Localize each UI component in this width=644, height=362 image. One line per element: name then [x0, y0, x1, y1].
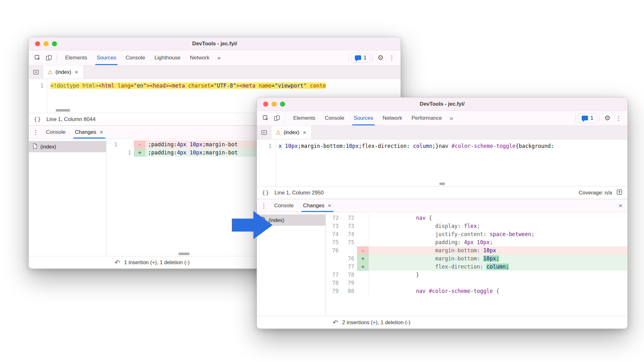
zoom-window-button[interactable]	[280, 102, 285, 107]
drawer-menu-icon[interactable]: ⋮	[30, 127, 41, 138]
issues-count: 1	[590, 115, 593, 121]
main-menu-overflow-icon[interactable]: ⋮	[386, 52, 397, 63]
diff-old-line-number	[106, 148, 120, 157]
close-window-button[interactable]	[35, 41, 40, 46]
warning-icon: ⚠	[48, 69, 53, 76]
settings-gear-icon[interactable]: ⚙	[375, 52, 386, 63]
tab-performance[interactable]: Performance	[407, 111, 447, 125]
tab-elements[interactable]: Elements	[60, 50, 92, 65]
diff-view[interactable]: 72 72 nav { 73 73 display: flex; 74 74	[326, 212, 627, 316]
diff-marker: +	[357, 263, 369, 271]
diff-new-line-number: 80	[341, 287, 357, 295]
horizontal-scrollbar-thumb[interactable]	[439, 183, 445, 185]
main-menu-overflow-icon[interactable]: ⋮	[613, 113, 624, 124]
close-file-tab-icon[interactable]: ×	[74, 69, 79, 76]
tab-elements[interactable]: Elements	[289, 111, 320, 125]
close-changes-tab-icon[interactable]: ×	[327, 202, 332, 209]
revert-changes-icon[interactable]: ↶	[115, 259, 120, 266]
diff-new-line-number	[120, 140, 134, 148]
toolbar-divider	[575, 114, 576, 122]
issues-bubble-icon	[582, 116, 588, 120]
diff-marker	[357, 238, 369, 246]
diff-row-context: 72 72 nav {	[326, 214, 627, 222]
minimize-window-button[interactable]	[43, 41, 49, 46]
changes-file-item[interactable]: (index)	[29, 141, 106, 152]
devtools-main-toolbar: Elements Console Sources Network Perform…	[257, 111, 627, 126]
drawer-tab-changes[interactable]: Changes ×	[70, 126, 108, 138]
file-tab-bar: ⚠ (index) ×	[257, 126, 627, 139]
pretty-print-icon[interactable]: {}	[34, 116, 41, 123]
traffic-lights	[257, 102, 285, 107]
device-toolbar-icon[interactable]	[43, 52, 54, 63]
minimize-window-button[interactable]	[272, 102, 277, 107]
search-highlight: <!doctype html><html lang="en"><head><me…	[50, 83, 326, 89]
close-window-button[interactable]	[263, 102, 268, 107]
pretty-print-icon[interactable]: {}	[262, 190, 269, 196]
diff-code: nav #color-scheme-toggle {	[369, 287, 627, 295]
titlebar[interactable]: DevTools - jec.fyi/	[257, 98, 627, 111]
more-tabs-chevron[interactable]: »	[447, 111, 456, 125]
tab-lighthouse[interactable]: Lighthouse	[150, 50, 185, 65]
diff-row-context: 79 80 nav #color-scheme-toggle {	[326, 287, 627, 295]
horizontal-scrollbar-thumb[interactable]	[56, 109, 70, 112]
file-tab-label: (index)	[55, 69, 71, 75]
drawer-tab-changes[interactable]: Changes ×	[298, 199, 336, 212]
tab-sources[interactable]: Sources	[92, 50, 121, 65]
source-editor[interactable]: 1 x 10px;margin-bottom:10px;flex-directi…	[257, 139, 627, 186]
toolbar-divider	[599, 114, 600, 122]
diff-new-line-number: 79	[341, 279, 357, 287]
device-toolbar-icon[interactable]	[271, 113, 283, 124]
navigator-toggle-icon[interactable]	[29, 65, 43, 79]
line-number-gutter: 1	[257, 139, 276, 186]
diff-marker: +	[357, 254, 369, 263]
status-right-group: Coverage: n/a	[579, 189, 622, 197]
titlebar[interactable]: DevTools - jec.fyi/	[29, 37, 401, 50]
more-tabs-chevron[interactable]: »	[214, 50, 224, 65]
drawer-toolbar: ⋮ Console Changes × ×	[257, 199, 627, 212]
drawer-tab-console[interactable]: Console	[269, 199, 298, 212]
diff-code: justify-content: space-between;	[369, 230, 627, 238]
changes-panel: (index) 72 72 nav { 73 73 display:	[257, 212, 627, 316]
navigator-toggle-icon[interactable]	[257, 126, 271, 139]
diff-new-line-number: 72	[341, 214, 357, 222]
tab-network[interactable]: Network	[185, 50, 214, 65]
drawer-menu-icon[interactable]: ⋮	[258, 200, 269, 211]
diff-summary: 2 insertions (+), 1 deletion (-)	[342, 319, 411, 326]
inspect-element-icon[interactable]	[32, 52, 43, 63]
open-coverage-icon[interactable]	[616, 189, 622, 197]
close-changes-tab-icon[interactable]: ×	[99, 129, 104, 136]
tab-console[interactable]: Console	[320, 111, 349, 125]
issues-counter-button[interactable]: 1	[351, 53, 370, 63]
window-title: DevTools - jec.fyi/	[29, 41, 401, 47]
file-tab-index[interactable]: ⚠ (index) ×	[43, 65, 84, 79]
diff-old-line-number: 1	[106, 140, 120, 148]
file-tab-index[interactable]: ⚠ (index) ×	[271, 126, 312, 139]
toolbar-divider	[372, 54, 373, 62]
tab-console[interactable]: Console	[121, 50, 150, 65]
revert-changes-icon[interactable]: ↶	[333, 319, 338, 326]
diff-new-line-number	[341, 246, 357, 254]
horizontal-scrollbar-thumb[interactable]	[178, 253, 190, 255]
diff-row-context: 78 79	[326, 279, 627, 287]
close-file-tab-icon[interactable]: ×	[302, 129, 307, 136]
drawer-tab-console[interactable]: Console	[41, 126, 70, 138]
source-code-line[interactable]: x 10px;margin-bottom:10px;flex-direction…	[276, 139, 554, 186]
zoom-window-button[interactable]	[52, 41, 57, 46]
diff-code: margin-bottom: 10px;	[369, 254, 627, 263]
inspect-element-icon[interactable]	[260, 113, 271, 124]
diff-new-line-number: 75	[341, 238, 357, 246]
diff-new-line-number: 77	[341, 263, 357, 271]
diff-new-line-number: 76	[341, 254, 357, 263]
tab-sources[interactable]: Sources	[349, 111, 378, 125]
coverage-status: Coverage: n/a	[579, 190, 612, 196]
diff-row-addition: 77 + flex-direction: column;	[326, 263, 627, 271]
diff-old-line-number: 79	[326, 287, 341, 295]
settings-gear-icon[interactable]: ⚙	[602, 113, 613, 124]
devtools-window-front: DevTools - jec.fyi/ Elements Console Sou…	[257, 97, 628, 329]
tab-network[interactable]: Network	[378, 111, 407, 125]
close-drawer-icon[interactable]: ×	[615, 200, 626, 211]
issues-counter-button[interactable]: 1	[578, 113, 597, 123]
diff-code: padding: 4px 10px;	[369, 238, 627, 246]
toolbar-divider	[285, 114, 285, 122]
file-icon	[33, 143, 38, 150]
